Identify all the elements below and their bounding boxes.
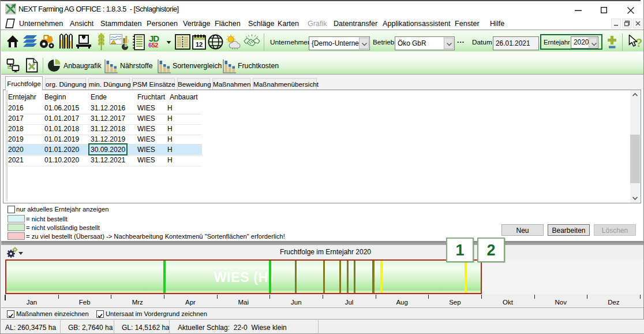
svg-text:12: 12 [196,41,203,48]
svg-text:?: ? [635,36,642,49]
